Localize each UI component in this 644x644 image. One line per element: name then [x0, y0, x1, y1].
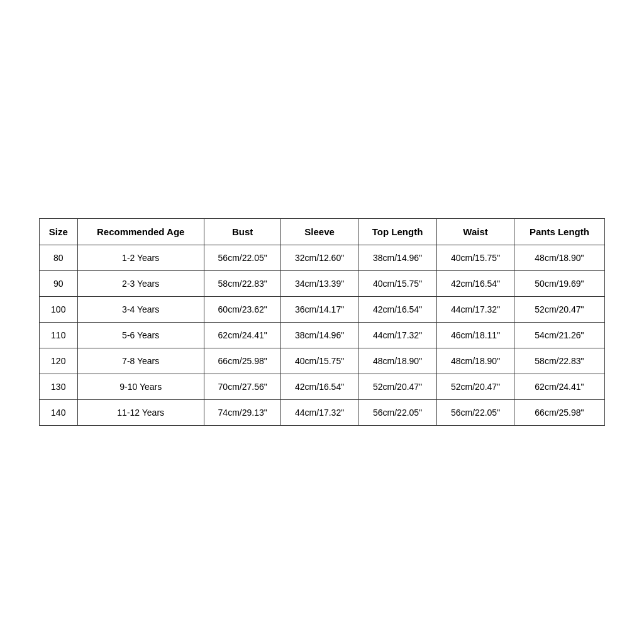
cell-age: 9-10 Years [77, 374, 204, 400]
cell-bust: 56cm/22.05" [204, 245, 280, 271]
cell-top_length: 40cm/15.75" [358, 271, 437, 297]
cell-top_length: 48cm/18.90" [358, 348, 437, 374]
cell-top_length: 42cm/16.54" [358, 297, 437, 323]
header-pants-length: Pants Length [514, 219, 604, 245]
cell-size: 120 [40, 348, 78, 374]
cell-sleeve: 34cm/13.39" [281, 271, 358, 297]
cell-age: 3-4 Years [77, 297, 204, 323]
cell-size: 130 [40, 374, 78, 400]
cell-bust: 70cm/27.56" [204, 374, 280, 400]
cell-pants_length: 62cm/24.41" [514, 374, 604, 400]
header-size: Size [40, 219, 78, 245]
cell-waist: 44cm/17.32" [437, 297, 514, 323]
cell-age: 11-12 Years [77, 400, 204, 426]
table-row: 1309-10 Years70cm/27.56"42cm/16.54"52cm/… [40, 374, 605, 400]
size-chart-table: Size Recommended Age Bust Sleeve Top Len… [39, 218, 605, 426]
cell-sleeve: 36cm/14.17" [281, 297, 358, 323]
header-waist: Waist [437, 219, 514, 245]
cell-pants_length: 52cm/20.47" [514, 297, 604, 323]
table-row: 1105-6 Years62cm/24.41"38cm/14.96"44cm/1… [40, 323, 605, 348]
cell-age: 5-6 Years [77, 323, 204, 348]
cell-sleeve: 38cm/14.96" [281, 323, 358, 348]
cell-pants_length: 50cm/19.69" [514, 271, 604, 297]
cell-age: 1-2 Years [77, 245, 204, 271]
cell-bust: 58cm/22.83" [204, 271, 280, 297]
cell-waist: 42cm/16.54" [437, 271, 514, 297]
table-body: 801-2 Years56cm/22.05"32cm/12.60"38cm/14… [40, 245, 605, 426]
header-recommended-age: Recommended Age [77, 219, 204, 245]
cell-bust: 66cm/25.98" [204, 348, 280, 374]
cell-waist: 46cm/18.11" [437, 323, 514, 348]
header-top-length: Top Length [358, 219, 437, 245]
table-row: 1207-8 Years66cm/25.98"40cm/15.75"48cm/1… [40, 348, 605, 374]
cell-age: 7-8 Years [77, 348, 204, 374]
cell-size: 90 [40, 271, 78, 297]
cell-pants_length: 54cm/21.26" [514, 323, 604, 348]
cell-top_length: 56cm/22.05" [358, 400, 437, 426]
cell-pants_length: 48cm/18.90" [514, 245, 604, 271]
cell-sleeve: 42cm/16.54" [281, 374, 358, 400]
cell-age: 2-3 Years [77, 271, 204, 297]
table-row: 14011-12 Years74cm/29.13"44cm/17.32"56cm… [40, 400, 605, 426]
cell-top_length: 52cm/20.47" [358, 374, 437, 400]
cell-bust: 62cm/24.41" [204, 323, 280, 348]
cell-size: 110 [40, 323, 78, 348]
cell-waist: 56cm/22.05" [437, 400, 514, 426]
size-chart-container: Size Recommended Age Bust Sleeve Top Len… [39, 218, 605, 426]
cell-pants_length: 58cm/22.83" [514, 348, 604, 374]
table-header-row: Size Recommended Age Bust Sleeve Top Len… [40, 219, 605, 245]
header-bust: Bust [204, 219, 280, 245]
cell-waist: 40cm/15.75" [437, 245, 514, 271]
table-row: 902-3 Years58cm/22.83"34cm/13.39"40cm/15… [40, 271, 605, 297]
cell-size: 80 [40, 245, 78, 271]
cell-sleeve: 44cm/17.32" [281, 400, 358, 426]
table-row: 1003-4 Years60cm/23.62"36cm/14.17"42cm/1… [40, 297, 605, 323]
cell-waist: 48cm/18.90" [437, 348, 514, 374]
header-sleeve: Sleeve [281, 219, 358, 245]
cell-bust: 74cm/29.13" [204, 400, 280, 426]
cell-sleeve: 40cm/15.75" [281, 348, 358, 374]
table-row: 801-2 Years56cm/22.05"32cm/12.60"38cm/14… [40, 245, 605, 271]
cell-sleeve: 32cm/12.60" [281, 245, 358, 271]
cell-size: 100 [40, 297, 78, 323]
cell-top_length: 38cm/14.96" [358, 245, 437, 271]
cell-bust: 60cm/23.62" [204, 297, 280, 323]
cell-waist: 52cm/20.47" [437, 374, 514, 400]
cell-pants_length: 66cm/25.98" [514, 400, 604, 426]
cell-size: 140 [40, 400, 78, 426]
cell-top_length: 44cm/17.32" [358, 323, 437, 348]
